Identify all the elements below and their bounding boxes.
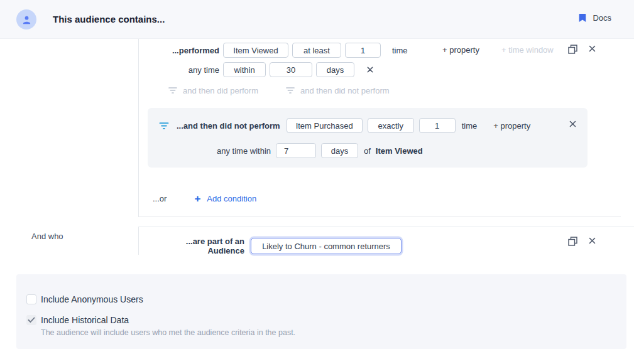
audience-select[interactable]: Likely to Churn - common returners (251, 238, 402, 254)
page-title: This audience contains... (53, 14, 165, 24)
close-icon (589, 237, 596, 244)
block-time-row: any time within days of Item Viewed (148, 142, 423, 159)
count-unit-label: time (392, 46, 408, 55)
did-not-perform-block: ...and then did not perform Item Purchas… (148, 108, 588, 168)
did-not-perform-prefix: ...and then did not perform (177, 121, 280, 131)
remove-time-window-button[interactable] (367, 67, 373, 73)
close-icon (569, 120, 576, 127)
copy-icon (568, 237, 577, 246)
or-row: ...or + Add condition (153, 192, 256, 205)
within-select[interactable]: within (223, 62, 266, 77)
any-time-within-label: any time within (148, 146, 271, 156)
and-then-did-not-perform-label: and then did not perform (300, 86, 390, 95)
audience-builder-screen: This audience contains... Docs ...perfor… (0, 0, 634, 364)
then-options-row: and then did perform and then did not pe… (168, 85, 390, 96)
add-property-link[interactable]: + property (442, 45, 479, 55)
funnel-icon (286, 87, 295, 94)
remove-block-button[interactable] (569, 120, 576, 127)
add-property-link[interactable]: + property (493, 121, 530, 131)
days-unit-select[interactable]: days (321, 143, 358, 158)
avatar (16, 9, 36, 29)
historical-data-label[interactable]: Include Historical Data (41, 315, 129, 325)
and-who-label: And who (31, 232, 63, 241)
operator-select[interactable]: at least (292, 43, 341, 58)
event-select[interactable]: Item Purchased (287, 118, 363, 133)
duplicate-condition-button[interactable] (568, 45, 577, 54)
plus-icon: + (194, 193, 200, 204)
and-then-did-not-perform-option[interactable]: and then did not perform (286, 86, 390, 95)
count-input[interactable] (419, 118, 456, 133)
remove-condition-button[interactable] (589, 45, 596, 52)
of-event-label: Item Viewed (376, 146, 423, 156)
audience-row: ...are part of an Audience Likely to Chu… (150, 238, 624, 254)
or-label: ...or (153, 194, 167, 203)
and-then-did-perform-label: and then did perform (183, 86, 258, 95)
historical-data-checkbox[interactable] (26, 315, 36, 325)
anonymous-users-option: Include Anonymous Users (26, 294, 143, 304)
duplicate-condition-button[interactable] (568, 237, 577, 246)
historical-data-description: The audience will include users who met … (41, 328, 295, 337)
audience-condition-card: ...are part of an Audience Likely to Chu… (138, 227, 634, 255)
condition-group-card: ...performed Item Viewed at least time +… (138, 39, 621, 217)
header: This audience contains... Docs (0, 0, 634, 39)
any-time-label: any time (150, 65, 219, 75)
did-not-perform-row: ...and then did not perform Item Purchas… (159, 117, 580, 134)
docs-label: Docs (593, 13, 611, 23)
time-window-row: any time within days (150, 62, 373, 77)
close-icon (589, 45, 596, 52)
and-then-did-perform-option[interactable]: and then did perform (168, 86, 258, 95)
event-select[interactable]: Item Viewed (223, 43, 288, 58)
person-icon (22, 15, 31, 24)
copy-icon (568, 45, 577, 54)
funnel-icon (168, 87, 177, 94)
check-icon (28, 317, 35, 323)
bookmark-icon (579, 13, 586, 23)
anonymous-users-checkbox[interactable] (26, 294, 36, 304)
funnel-icon (159, 122, 169, 130)
anonymous-users-label[interactable]: Include Anonymous Users (41, 294, 143, 304)
add-condition-button[interactable]: Add condition (207, 194, 256, 203)
count-input[interactable] (345, 43, 381, 58)
historical-data-option: Include Historical Data (26, 315, 129, 325)
options-panel: Include Anonymous Users Include Historic… (16, 274, 626, 349)
add-time-window-link: + time window (501, 45, 554, 55)
docs-button[interactable]: Docs (579, 13, 611, 23)
close-icon (367, 67, 373, 73)
remove-condition-button[interactable] (589, 237, 596, 244)
operator-select[interactable]: exactly (368, 118, 414, 133)
of-label: of (364, 146, 371, 156)
audience-prefix: ...are part of an Audience (150, 237, 244, 255)
days-count-input[interactable] (270, 62, 312, 77)
days-count-input[interactable] (276, 143, 316, 158)
count-unit-label: time (462, 121, 478, 131)
days-unit-select[interactable]: days (316, 62, 354, 77)
performed-prefix: ...performed (150, 46, 219, 55)
